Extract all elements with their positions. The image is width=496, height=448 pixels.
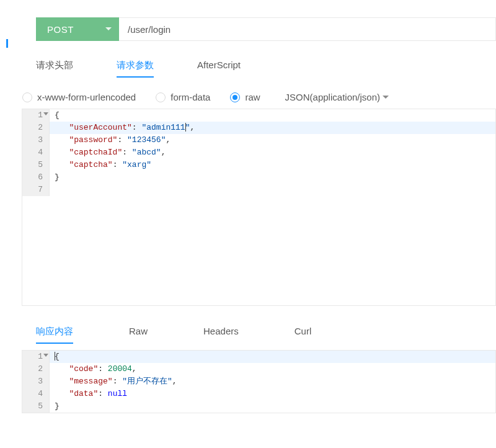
code-line: 2 "code": 20004, [22,363,495,375]
line-number: 6 [22,171,50,184]
request-tabs: 请求头部 请求参数 AfterScript [36,55,496,78]
request-line-row: POST [36,17,496,41]
code-line: 1{ [22,109,495,122]
code-line: 7 [22,184,495,196]
tab-request-headers[interactable]: 请求头部 [36,55,73,78]
code-content[interactable]: "password": "123456", [50,134,495,146]
tab-afterscript[interactable]: AfterScript [197,55,241,78]
tab-response-content[interactable]: 响应内容 [36,321,73,344]
request-body-editor[interactable]: 1{2 "userAccount": "admin111",3 "passwor… [22,109,496,306]
code-content[interactable]: { [50,351,495,363]
token-str: "用户不存在" [122,377,172,386]
code-content[interactable]: "userAccount": "admin111", [50,122,495,134]
code-line: 4 "data": null [22,388,495,400]
token-str: "xarg" [122,160,151,169]
code-content[interactable]: "data": null [50,388,495,400]
token-plain [55,148,69,157]
radio-formdata[interactable]: form-data [156,92,210,102]
tab-response-headers[interactable]: Headers [203,321,239,344]
line-number: 3 [22,375,50,388]
code-content[interactable]: } [50,171,495,184]
content-type-label: JSON(application/json) [285,92,380,102]
token-plain: } [55,401,60,411]
radio-label: raw [245,92,260,102]
token-str: "admin111 [141,123,185,132]
token-plain: , [132,364,137,374]
chevron-down-icon [105,27,112,31]
code-line: 3 "password": "123456", [22,134,495,146]
code-line: 4 "captchaId": "abcd", [22,146,495,159]
token-plain: : [113,377,123,386]
token-key: "data" [69,389,98,398]
token-null: null [108,389,127,398]
token-plain: : [98,364,108,374]
chevron-down-icon [383,96,389,99]
radio-icon [22,92,32,102]
token-plain [55,160,69,169]
tab-request-params[interactable]: 请求参数 [117,55,154,78]
code-content[interactable]: "captcha": "xarg" [50,159,495,171]
url-input[interactable] [119,17,496,41]
body-type-row: x-www-form-urlencoded form-data raw JSON… [22,92,496,102]
code-line: 2 "userAccount": "admin111", [22,122,495,134]
response-tabs: 响应内容 Raw Headers Curl [36,321,496,344]
left-accent-marker [6,39,8,48]
token-str: "abcd" [132,148,161,157]
line-number: 1 [22,351,50,363]
http-method-label: POST [47,24,74,35]
token-str: "123456" [127,135,166,145]
code-line: 5 "captcha": "xarg" [22,159,495,171]
code-line: 1{ [22,351,495,363]
radio-icon [156,92,166,102]
token-plain [55,364,69,374]
token-plain [55,389,69,398]
tab-response-curl[interactable]: Curl [294,321,312,344]
token-key: "code" [69,364,98,374]
line-number: 2 [22,363,50,375]
line-number: 7 [22,184,50,196]
main-container: POST 请求头部 请求参数 AfterScript x-www-form-ur… [0,17,496,413]
response-body-editor[interactable]: 1{2 "code": 20004,3 "message": "用户不存在",4… [22,350,496,413]
code-line: 6} [22,171,495,184]
token-key: "password" [69,135,117,145]
radio-icon [230,92,240,102]
token-key: "captcha" [69,160,112,169]
line-number: 5 [22,159,50,171]
http-method-select[interactable]: POST [36,17,119,41]
line-number: 1 [22,109,50,122]
radio-raw[interactable]: raw [230,92,260,102]
token-num: 20004 [108,364,132,374]
token-key: "captchaId" [69,148,122,157]
code-content[interactable]: "message": "用户不存在", [50,375,495,388]
token-plain: : [122,148,132,157]
radio-label: form-data [170,92,210,102]
line-number: 5 [22,400,50,413]
token-plain: , [166,135,170,145]
token-key: "message" [69,377,112,386]
code-content[interactable]: } [50,400,495,413]
fold-marker-icon[interactable] [43,112,48,115]
fold-marker-icon[interactable] [43,354,48,357]
tab-response-raw[interactable]: Raw [129,321,148,344]
line-number: 2 [22,122,50,134]
code-content[interactable]: "captchaId": "abcd", [50,146,495,159]
code-content[interactable]: { [50,109,495,122]
line-number: 3 [22,134,50,146]
token-plain: , [190,123,195,132]
code-content[interactable]: "code": 20004, [50,363,495,375]
code-line: 3 "message": "用户不存在", [22,375,495,388]
code-content[interactable] [50,184,495,196]
token-plain: , [172,377,177,386]
token-plain [55,377,69,386]
token-plain: : [113,160,123,169]
token-plain: { [55,352,60,361]
content-type-select[interactable]: JSON(application/json) [285,92,389,102]
token-key: "userAccount" [69,123,131,132]
token-plain: } [55,172,60,182]
radio-urlencoded[interactable]: x-www-form-urlencoded [22,92,136,102]
token-plain: { [55,110,60,120]
code-line: 5} [22,400,495,413]
token-plain [55,123,69,132]
token-plain [55,135,69,145]
line-number: 4 [22,388,50,400]
